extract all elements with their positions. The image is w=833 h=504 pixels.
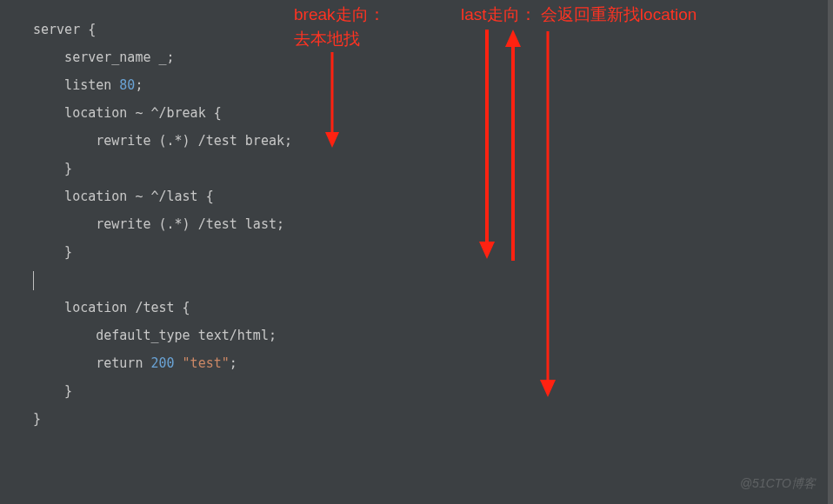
annotation-last: last走向： 会返回重新找location: [461, 3, 696, 27]
code-text: rewrite (.*) /test break;: [33, 133, 292, 149]
watermark-text: @51CTO博客: [740, 476, 816, 492]
code-line: location ~ ^/last {: [33, 182, 833, 210]
code-string: "test": [183, 355, 230, 371]
code-text: ;: [135, 77, 143, 93]
code-text: ;: [230, 355, 237, 371]
code-line: rewrite (.*) /test last;: [33, 210, 833, 238]
code-text: location /test {: [33, 300, 190, 315]
code-text: }: [33, 244, 72, 260]
code-line: }: [33, 238, 833, 266]
code-line: location /test {: [33, 294, 833, 322]
code-text: listen: [33, 77, 119, 93]
annotation-text: last走向： 会返回重新找location: [461, 5, 696, 23]
svg-marker-3: [479, 242, 495, 259]
code-line: listen 80;: [33, 71, 833, 99]
code-line: location ~ ^/break {: [33, 99, 833, 127]
code-text: [175, 355, 183, 371]
watermark-label: @51CTO博客: [740, 476, 816, 490]
code-editor[interactable]: server { server_name _; listen 80; locat…: [0, 0, 833, 433]
code-line: server_name _;: [33, 43, 833, 71]
svg-marker-7: [540, 380, 556, 397]
code-line: }: [33, 155, 833, 182]
code-text: }: [33, 411, 41, 427]
code-number: 80: [119, 77, 135, 93]
code-text: default_type text/html;: [33, 328, 277, 343]
code-text: server_name _;: [33, 50, 175, 65]
code-text: rewrite (.*) /test last;: [33, 216, 284, 232]
arrow-up-icon: [503, 28, 523, 261]
arrow-down-icon: [476, 30, 497, 262]
code-line: default_type text/html;: [33, 322, 833, 349]
cursor-icon: [33, 271, 34, 290]
code-text: return: [33, 355, 150, 371]
code-line: server {: [33, 16, 833, 43]
code-text: location ~ ^/break {: [33, 105, 222, 121]
svg-marker-5: [505, 30, 521, 47]
annotation-text: break走向： 去本地找: [294, 5, 385, 48]
scrollbar-track[interactable]: [828, 0, 833, 504]
code-text: }: [33, 161, 72, 176]
code-number: 200: [150, 355, 174, 371]
code-line: }: [33, 405, 833, 433]
arrow-down-icon: [322, 52, 343, 152]
code-line: rewrite (.*) /test break;: [33, 127, 833, 155]
arrow-down-icon: [537, 31, 558, 401]
code-text: }: [33, 383, 72, 399]
code-text: location ~ ^/last {: [33, 189, 214, 204]
code-text: server {: [33, 22, 96, 37]
svg-marker-1: [325, 132, 339, 148]
annotation-break: break走向： 去本地找: [294, 3, 385, 51]
code-line: return 200 "test";: [33, 349, 833, 377]
code-line: }: [33, 377, 833, 405]
code-line: [33, 266, 833, 294]
